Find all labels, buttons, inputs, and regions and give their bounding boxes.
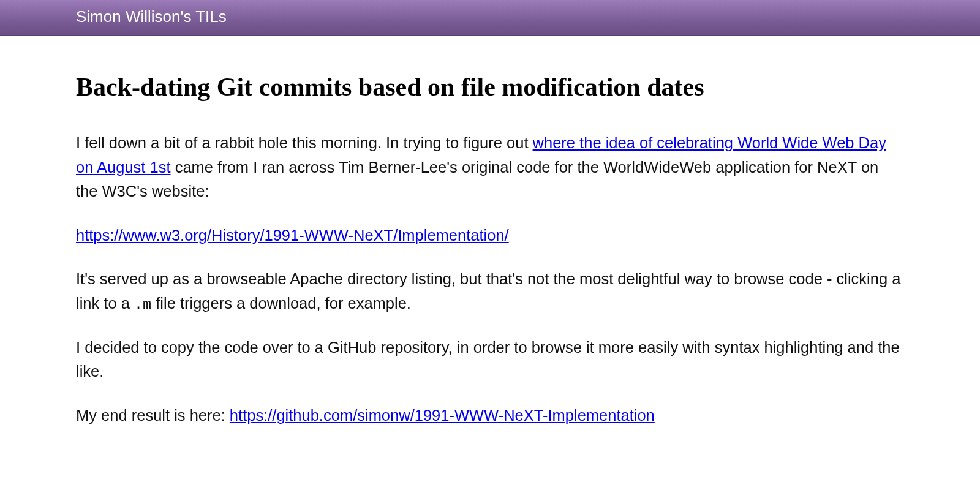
text: I fell down a bit of a rabbit hole this … [76, 134, 533, 151]
header-inner: Simon Willison's TILs [37, 7, 943, 26]
site-title-link[interactable]: Simon Willison's TILs [76, 7, 227, 26]
paragraph-2: https://www.w3.org/History/1991-WWW-NeXT… [76, 224, 904, 248]
paragraph-5: My end result is here: https://github.co… [76, 404, 904, 428]
link-w3c-history[interactable]: https://www.w3.org/History/1991-WWW-NeXT… [76, 227, 509, 244]
text: came from I ran across Tim Berner-Lee's … [76, 159, 878, 200]
paragraph-4: I decided to copy the code over to a Git… [76, 336, 904, 384]
text: I decided to copy the code over to a Git… [76, 339, 900, 380]
page-title: Back-dating Git commits based on file mo… [76, 72, 904, 102]
site-header: Simon Willison's TILs [0, 0, 980, 36]
link-github-repo[interactable]: https://github.com/simonw/1991-WWW-NeXT-… [230, 407, 655, 424]
article-content: Back-dating Git commits based on file mo… [37, 36, 943, 428]
text: file triggers a download, for example. [151, 295, 411, 312]
text: My end result is here: [76, 407, 230, 424]
paragraph-3: It's served up as a browseable Apache di… [76, 267, 904, 316]
paragraph-1: I fell down a bit of a rabbit hole this … [76, 131, 904, 204]
inline-code-m-extension: .m [134, 296, 151, 313]
article-body: I fell down a bit of a rabbit hole this … [76, 131, 904, 428]
